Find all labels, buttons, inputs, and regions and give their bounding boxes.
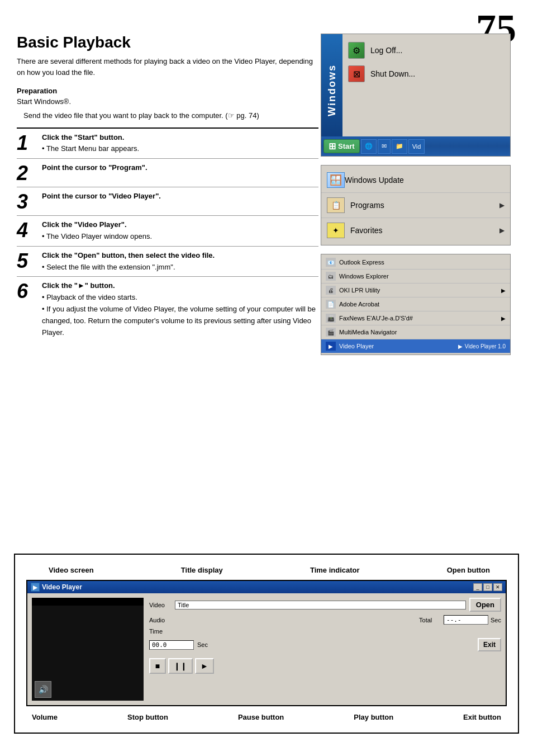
programs-item[interactable]: 📋 Programs ▶ <box>321 193 510 218</box>
outlook-label: Outlook Express <box>339 259 506 266</box>
step-number-1: 1 <box>17 132 42 153</box>
label-open-button: Open button <box>447 566 490 574</box>
steps-container: 1 Click the "Start" button. • The Start … <box>17 127 318 342</box>
vp-sec2-label: Sec <box>491 617 501 623</box>
videoplayer-arrow: ▶ <box>458 343 463 349</box>
windows-update-label: Windows Update <box>345 176 498 185</box>
step-content-1: Click the "Start" button. • The Start Me… <box>42 132 318 155</box>
vp-total-value: --.- <box>444 615 488 625</box>
step-6: 6 Click the "►" button. • Playback of th… <box>17 277 318 342</box>
vp-body: 🔊 Video Title Open Audio Total --.- <box>27 593 506 705</box>
vp-play-btn[interactable]: ► <box>195 658 214 674</box>
intro-text: There are several different methods for … <box>17 56 318 78</box>
vp-time-value: 00.0 <box>149 640 194 650</box>
pl-winexplorer[interactable]: 🗂 Windows Explorer <box>321 270 510 284</box>
label-play: Play button <box>354 713 393 721</box>
label-pause: Pause button <box>238 713 284 721</box>
step-content-4: Click the "Video Player". • The Video Pl… <box>42 219 318 243</box>
favorites-item[interactable]: ✦ Favorites ▶ <box>321 218 510 243</box>
winexplorer-icon: 🗂 <box>326 272 336 281</box>
logoff-icon: ⚙ <box>348 42 365 59</box>
windows-sidebar: Windows <box>321 34 342 146</box>
vp-sec-label: Sec <box>197 641 208 648</box>
step-main-2: Point the cursor to "Program". <box>42 162 318 174</box>
label-video-screen: Video screen <box>49 566 94 574</box>
pl-fax[interactable]: 📠 FaxNews E'AU'Je-a.D'S'd# ▶ <box>321 311 510 325</box>
step-number-3: 3 <box>17 191 42 212</box>
label-volume: Volume <box>32 713 58 721</box>
videoplayer-icon: ▶ <box>326 342 336 351</box>
step-content-3: Point the cursor to "Video Player". <box>42 191 318 202</box>
vp-minimize[interactable]: _ <box>473 583 482 591</box>
taskbar-btn-4[interactable]: Vid <box>408 139 425 154</box>
vp-video-label: Video <box>149 602 172 608</box>
top-labels-row: Video screen Title display Time indicato… <box>26 566 507 574</box>
step-3: 3 Point the cursor to "Video Player". <box>17 187 318 216</box>
step-content-6: Click the "►" button. • Playback of the … <box>42 280 318 338</box>
programs-label: Programs <box>350 201 499 210</box>
pl-okilpr[interactable]: 🖨 OKI LPR Utility ▶ <box>321 284 510 297</box>
label-time-indicator: Time indicator <box>310 566 360 574</box>
taskbar-btn-2[interactable]: ✉ <box>378 139 391 154</box>
vp-titlebar: ▶ Video Player _ □ ✕ <box>27 581 506 593</box>
videoplayer-label: Video Player <box>339 343 458 349</box>
step-5: 5 Click the "Open" button, then select t… <box>17 247 318 277</box>
pl-videoplayer[interactable]: ▶ Video Player ▶ Video Player 1.0 <box>321 339 510 353</box>
taskbar-btn-1[interactable]: 🌐 <box>361 139 377 154</box>
start-label: Start <box>338 142 355 150</box>
adobe-label: Adobe Acrobat <box>339 301 506 308</box>
multimedia-icon: 🎬 <box>326 328 336 337</box>
shutdown-menu-item[interactable]: ⊠ Shut Down... <box>342 62 510 86</box>
vp-win-controls: _ □ ✕ <box>473 583 502 591</box>
fax-label: FaxNews E'AU'Je-a.D'S'd# <box>339 315 501 322</box>
step-number-2: 2 <box>17 162 42 183</box>
vp-screen: 🔊 <box>32 598 144 701</box>
vp-open-btn[interactable]: Open <box>469 598 501 612</box>
diagram-container: Video screen Title display Time indicato… <box>14 554 519 734</box>
pl-adobe[interactable]: 📄 Adobe Acrobat <box>321 297 510 311</box>
step-detail-5: • Select the file with the extension ".j… <box>42 262 318 273</box>
vp-title-field: Title <box>175 601 466 609</box>
shutdown-label: Shut Down... <box>370 69 415 78</box>
taskbar-btn-3[interactable]: 📁 <box>392 139 407 154</box>
logoff-menu-item[interactable]: ⚙ Log Off... <box>342 39 510 62</box>
screenshots-area: Windows ⚙ Log Off... ⊠ Shut Down... ⊞ St… <box>321 34 522 355</box>
bottom-labels-row: Volume Stop button Pause button Play but… <box>26 713 507 721</box>
vp-row-timebox: 00.0 Sec Exit <box>149 638 501 651</box>
programs-screenshot: 🪟 Windows Update 📋 Programs ▶ ✦ Favorite… <box>321 165 511 245</box>
step-number-6: 6 <box>17 280 42 301</box>
vp-total-label: Total <box>419 617 441 623</box>
preparation-label: Preparation <box>17 87 318 95</box>
video-player-window: ▶ Video Player _ □ ✕ 🔊 Video Title <box>26 580 507 706</box>
step-detail-6a: • Playback of the video starts. <box>42 292 318 304</box>
vp-row-audio: Audio Total --.- Sec <box>149 615 501 625</box>
videoplayer-submenu: Video Player 1.0 <box>465 343 506 349</box>
step-content-5: Click the "Open" button, then select the… <box>42 250 318 273</box>
windows-update-icon: 🪟 <box>327 172 345 188</box>
step-content-2: Point the cursor to "Program". <box>42 162 318 174</box>
start-button[interactable]: ⊞ Start <box>323 139 360 153</box>
step-number-4: 4 <box>17 219 42 240</box>
main-content: Basic Playback There are several differe… <box>17 34 318 342</box>
step-main-3: Point the cursor to "Video Player". <box>42 191 318 202</box>
vp-maximize[interactable]: □ <box>483 583 492 591</box>
okilpr-arrow: ▶ <box>501 287 506 294</box>
vp-stop-btn[interactable]: ■ <box>149 658 166 674</box>
step-4: 4 Click the "Video Player". • The Video … <box>17 216 318 247</box>
favorites-label: Favorites <box>350 226 499 235</box>
vp-volume-control[interactable]: 🔊 <box>35 681 51 698</box>
pl-outlook[interactable]: 📧 Outlook Express <box>321 256 510 270</box>
step-detail-1: • The Start Menu bar appears. <box>42 143 318 155</box>
pl-multimedia[interactable]: 🎬 MultiMedia Navigator <box>321 325 510 339</box>
okilpr-label: OKI LPR Utility <box>339 287 501 294</box>
vp-close[interactable]: ✕ <box>493 583 502 591</box>
windows-update-item[interactable]: 🪟 Windows Update <box>321 168 510 193</box>
vp-exit-btn[interactable]: Exit <box>478 638 501 651</box>
fax-arrow: ▶ <box>501 315 506 322</box>
vp-audio-label: Audio <box>149 617 172 623</box>
label-title-display: Title display <box>181 566 223 574</box>
vp-row-time: Time <box>149 628 501 635</box>
vp-pause-btn[interactable]: ❙❙ <box>168 658 193 674</box>
favorites-arrow: ▶ <box>499 226 505 234</box>
prep-bullet: Send the video file that you want to pla… <box>21 110 318 122</box>
